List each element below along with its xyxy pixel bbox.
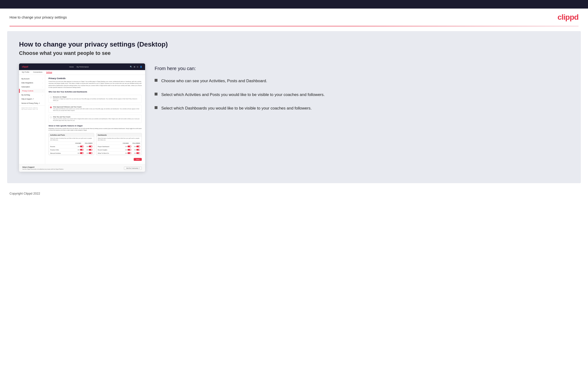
radio-label-followers: Only Approved Followers and Your Coach — [53, 106, 140, 108]
nav-home[interactable]: Home — [69, 66, 74, 68]
bullet-icon — [155, 93, 157, 95]
app-subnav: My Profile Connections Settings — [19, 70, 145, 75]
bullet-icon — [155, 106, 157, 109]
app-sidebar: My Account › Data Integrations › Subscri… — [19, 75, 45, 164]
header: How to change your privacy settings clip… — [0, 8, 588, 26]
chevron-right-icon: › — [42, 86, 43, 88]
app-screenshot: clippd Home My Performance 🔍 ⊞ ⊙ 👤 My Pr… — [19, 63, 145, 172]
app-nav-icons: 🔍 ⊞ ⊙ 👤 — [130, 66, 142, 68]
app-logo: clippd — [22, 66, 28, 68]
dashboards-col-headers: COACHES FOLLOWERS — [96, 142, 141, 145]
manual-coaches-toggle[interactable]: ON — [78, 152, 84, 154]
radio-group: Everyone on Clippd Everyone on Clippd ca… — [49, 95, 142, 123]
dashboards-table-title: Dashboards — [96, 133, 141, 137]
subnav-settings[interactable]: Settings — [46, 71, 52, 73]
sidebar-item-subscription[interactable]: Subscription › — [19, 85, 45, 89]
coaches-col-header: COACHES — [75, 142, 81, 144]
app-nav-links: Home My Performance — [69, 66, 89, 68]
practice-followers-toggle[interactable]: ON — [86, 149, 93, 150]
two-col-layout: clippd Home My Performance 🔍 ⊞ ⊙ 👤 My Pr… — [19, 63, 569, 172]
dashboards-coaches-col: COACHES — [123, 142, 129, 144]
radio-label-only-you: Only You and Your Coach — [53, 116, 140, 117]
radio-everyone[interactable]: Everyone on Clippd Everyone on Clippd ca… — [49, 95, 142, 103]
show-hide-desc: Regardless of the privacy controls that … — [49, 128, 142, 131]
list-item: Select which Dashboards you would like t… — [155, 105, 569, 111]
sidebar-item-my-golf-bag[interactable]: My Golf Bag › — [19, 93, 45, 97]
bullet-icon — [155, 79, 157, 82]
dashboard-row-insights: Round Insights ON ON — [96, 148, 141, 151]
help-title: Help & Support — [22, 166, 64, 168]
radio-only-you[interactable]: Only You and Your Coach Only you and the… — [49, 115, 142, 123]
dashboard-row-player: Player Dashboard ON ON — [96, 145, 141, 148]
activities-row-practice: Practice Drills ON ON — [49, 148, 94, 151]
list-item: Select which Activities and Posts you wo… — [155, 92, 569, 98]
settings-icon[interactable]: ⊙ — [137, 66, 138, 68]
bullet-text-1: Choose who can see your Activities, Post… — [161, 78, 267, 84]
sidebar-item-help-support[interactable]: Help & Support ↗ — [19, 97, 45, 101]
show-hide-title: Show or hide specific features in Clippd — [49, 125, 142, 127]
activities-table-desc: Select the types of activity that you'd … — [49, 137, 94, 142]
activities-table-title: Activities and Posts — [49, 133, 94, 137]
subnav-my-profile[interactable]: My Profile — [22, 71, 29, 73]
save-button[interactable]: Save — [134, 158, 142, 161]
work-on-followers-toggle[interactable]: ON — [134, 152, 140, 154]
app-version: Clippd Client Version: 2022.8.2SQL Serve… — [19, 106, 45, 111]
subnav-connections[interactable]: Connections — [33, 71, 42, 73]
sidebar-item-data-integrations[interactable]: Data Integrations › — [19, 81, 45, 85]
help-section: Help & Support Visit our Clippd communit… — [19, 164, 145, 172]
footer: Copyright Clippd 2022 — [0, 188, 588, 199]
logo: clippd — [558, 13, 579, 22]
sidebar-item-service-privacy[interactable]: Service & Privacy Policy ↗ — [19, 101, 45, 106]
sidebar-item-privacy-controls[interactable]: Privacy Controls › — [19, 89, 45, 93]
privacy-controls-title: Privacy Controls — [49, 77, 142, 80]
dashboards-followers-col: FOLLOWERS — [132, 142, 140, 144]
work-on-coaches-toggle[interactable]: ON — [125, 152, 131, 154]
rounds-followers-toggle[interactable]: ON — [86, 146, 93, 147]
bullet-text-2: Select which Activities and Posts you wo… — [161, 92, 325, 98]
header-divider — [9, 26, 579, 26]
manual-followers-toggle[interactable]: ON — [86, 152, 93, 154]
top-bar — [0, 0, 588, 8]
sidebar-item-my-account[interactable]: My Account › — [19, 77, 45, 81]
radio-label-everyone: Everyone on Clippd — [53, 96, 140, 98]
privacy-description: Control how you and your data appears to… — [49, 81, 142, 88]
dashboards-table: Dashboards Select the types of activity … — [96, 133, 142, 155]
main-heading: How to change your privacy settings (Des… — [19, 41, 569, 48]
screenshot-column: clippd Home My Performance 🔍 ⊞ ⊙ 👤 My Pr… — [19, 63, 145, 172]
chevron-right-icon: › — [42, 78, 43, 80]
app-body: My Account › Data Integrations › Subscri… — [19, 75, 145, 164]
who-can-see-title: Who Can See Your Activities and Dashboar… — [49, 91, 142, 93]
player-coaches-toggle[interactable]: ON — [125, 146, 131, 147]
app-navbar: clippd Home My Performance 🔍 ⊞ ⊙ 👤 — [19, 63, 145, 70]
visit-community-button[interactable]: Visit Our Community ↗ — [124, 167, 142, 170]
radio-desc-followers: Only approved followers and coaches you … — [53, 108, 140, 111]
radio-desc-only-you: Only you and the coaches you connect wit… — [53, 118, 140, 121]
main-content: How to change your privacy settings (Des… — [7, 31, 581, 183]
activities-table: Activities and Posts Select the types of… — [49, 133, 94, 155]
dashboard-row-what-to-work-on: What To Work On ON ON — [96, 151, 141, 155]
copyright: Copyright Clippd 2022 — [9, 192, 40, 195]
radio-followers-coach[interactable]: Only Approved Followers and Your Coach O… — [49, 105, 142, 113]
nav-my-performance[interactable]: My Performance — [77, 66, 89, 68]
chevron-right-icon: › — [42, 94, 43, 96]
bullet-text-3: Select which Dashboards you would like t… — [161, 105, 311, 111]
practice-coaches-toggle[interactable]: ON — [78, 149, 84, 150]
radio-circle-everyone — [50, 96, 52, 98]
search-icon[interactable]: 🔍 — [130, 66, 132, 68]
rounds-coaches-toggle[interactable]: ON — [78, 146, 84, 147]
player-followers-toggle[interactable]: ON — [134, 146, 140, 147]
activities-row-manual: Manual Activities ON ON — [49, 151, 94, 155]
info-heading: From here you can: — [155, 66, 569, 71]
radio-circle-followers — [50, 106, 52, 108]
save-row: Save — [49, 157, 142, 162]
insights-followers-toggle[interactable]: ON — [134, 149, 140, 150]
radio-circle-only-you — [50, 117, 52, 118]
page-title: How to change your privacy settings — [9, 15, 67, 19]
avatar-icon[interactable]: 👤 — [140, 66, 142, 68]
bullet-list: Choose who can see your Activities, Post… — [155, 78, 569, 111]
activities-row-rounds: Rounds ON ON — [49, 145, 94, 148]
grid-icon[interactable]: ⊞ — [134, 66, 135, 68]
chevron-right-icon: › — [42, 90, 43, 92]
info-panel: From here you can: Choose who can see yo… — [155, 63, 569, 119]
insights-coaches-toggle[interactable]: ON — [125, 149, 131, 150]
